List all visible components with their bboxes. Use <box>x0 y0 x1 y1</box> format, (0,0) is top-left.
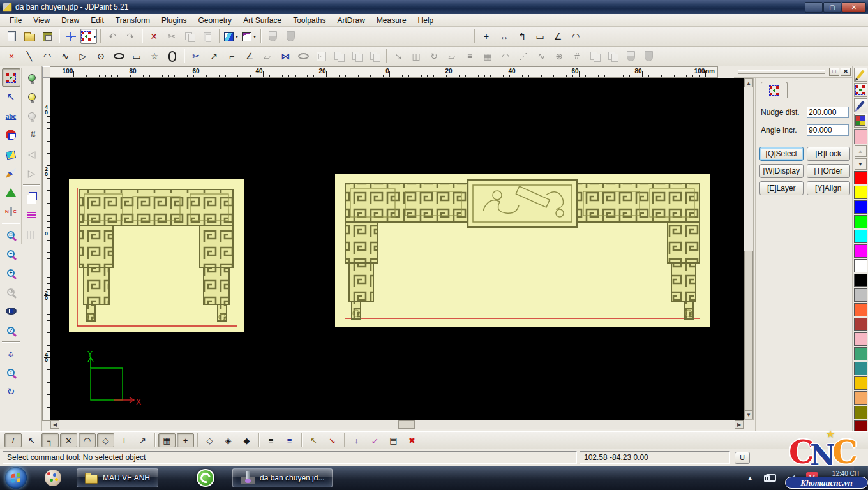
select-mode-dropdown[interactable]: ▾ <box>93 34 96 40</box>
swap-colors[interactable] <box>22 126 41 144</box>
lathe-cone-tool[interactable] <box>2 183 20 202</box>
palette-color-7f7f00[interactable] <box>854 406 867 419</box>
select-mode[interactable]: ▾ <box>80 29 97 44</box>
pick-add[interactable]: ↖ <box>305 433 322 447</box>
menu-transform[interactable]: Transform <box>110 15 156 26</box>
draw-ellipse[interactable] <box>110 48 127 64</box>
snap-perpendicular[interactable]: ⊥ <box>116 433 133 447</box>
palette-color-f7b8c4[interactable] <box>854 332 867 346</box>
minimize-button[interactable]: — <box>805 2 823 13</box>
palette-color-3ea575[interactable] <box>854 347 867 360</box>
dock-close-button[interactable]: ✕ <box>841 68 851 76</box>
horizontal-scroll-thumb[interactable] <box>398 420 415 429</box>
snap-angle[interactable]: ↙ <box>366 433 384 447</box>
palette-color-2f8f8f[interactable] <box>854 362 867 375</box>
layers-panel[interactable] <box>22 187 41 205</box>
fillet-corner[interactable]: ⌐ <box>223 48 240 64</box>
snap-list[interactable]: ▤ <box>385 433 402 447</box>
rotate-view[interactable]: ↻ <box>2 382 20 401</box>
measure-angle[interactable]: ∠ <box>550 29 566 44</box>
menu-art-surface[interactable]: Art Surface <box>237 15 287 26</box>
palette-color-ffffff[interactable] <box>854 259 867 272</box>
snap-axis[interactable]: + <box>177 433 194 447</box>
draw-arc[interactable]: ◠ <box>39 48 56 64</box>
zoom-out[interactable]: − <box>2 244 20 263</box>
snap-corner[interactable]: ┐ <box>41 433 59 447</box>
snap-diamond-center[interactable]: ◆ <box>238 433 255 447</box>
light-off[interactable] <box>22 87 41 106</box>
maximize-button[interactable]: ▢ <box>823 2 841 13</box>
dock-tab-select[interactable] <box>761 82 788 98</box>
taskbar-document-button[interactable]: da ban chuyen.jd... <box>232 468 333 487</box>
engrave-brush-tool[interactable] <box>2 164 20 182</box>
palette-color-f5a963[interactable] <box>854 391 867 405</box>
measure-distance[interactable]: ↔ <box>496 29 513 44</box>
layer-button[interactable]: [E]Layer <box>760 181 804 195</box>
new-file[interactable] <box>3 29 20 44</box>
vertical-scrollbar[interactable]: ▲ ▼ <box>744 78 754 420</box>
palette-color-0000ff[interactable] <box>854 200 867 214</box>
eyedropper-button[interactable] <box>854 98 867 112</box>
align-button[interactable]: [Y]Align <box>807 181 851 195</box>
nudge-dist-input[interactable] <box>807 107 849 118</box>
menu-edit[interactable]: Edit <box>85 15 110 26</box>
dock-panel-header[interactable]: □ ✕ <box>734 66 852 78</box>
edit-colors-button[interactable] <box>854 114 867 128</box>
scroll-right-button[interactable]: ▶ <box>735 420 744 429</box>
snap-copy-down[interactable]: ↓ <box>348 433 365 447</box>
nc-drill-tool[interactable] <box>2 202 20 221</box>
offset-octagon-tool[interactable] <box>2 126 20 144</box>
dock-maximize-button[interactable]: □ <box>829 68 839 76</box>
palette-color-000000[interactable] <box>854 274 867 287</box>
snap-intersection[interactable]: ✕ <box>60 433 77 447</box>
palette-color-f4c400[interactable] <box>854 376 867 390</box>
tray-expand-icon[interactable]: ▲ <box>747 475 753 481</box>
draw-line[interactable]: ╲ <box>21 48 38 64</box>
open-file[interactable] <box>21 29 38 44</box>
zoom-object[interactable]: ? <box>2 321 20 339</box>
menu-plugins[interactable]: Plugins <box>156 15 192 26</box>
trim-curve[interactable]: ✂ <box>188 48 204 64</box>
chamfer-corner[interactable]: ∠ <box>241 48 258 64</box>
snap-quadrant[interactable]: ◇ <box>97 433 114 447</box>
menu-artdraw[interactable]: ArtDraw <box>332 15 371 26</box>
scroll-down-button[interactable]: ▼ <box>744 410 753 419</box>
menu-toolpaths[interactable]: Toolpaths <box>287 15 331 26</box>
delete[interactable]: ✕ <box>146 29 162 44</box>
view-shaded[interactable]: ▾ <box>223 29 239 44</box>
jdpaint-launcher-icon[interactable] <box>197 469 214 487</box>
nudge-crosshair[interactable] <box>63 29 79 44</box>
unit-button[interactable]: U <box>735 452 750 464</box>
select-tool[interactable] <box>2 68 20 87</box>
draw-circle[interactable]: ⊙ <box>93 48 109 64</box>
snap-diamond-free[interactable]: ◇ <box>201 433 218 447</box>
extend-curve[interactable]: ↗ <box>206 48 222 64</box>
layer-snap-current[interactable]: ≡ <box>262 433 280 447</box>
palette-color-ff6633[interactable] <box>854 303 867 316</box>
light-on[interactable] <box>22 68 41 87</box>
hatch-panel[interactable] <box>22 206 41 225</box>
view-shaded-dropdown[interactable]: ▾ <box>236 34 238 40</box>
measure-point[interactable]: + <box>478 29 495 44</box>
zoom-in[interactable]: + <box>2 264 20 282</box>
pencil-tool-button[interactable] <box>854 68 867 82</box>
mirror-curve[interactable]: ⋈ <box>277 48 294 64</box>
snap-endpoint[interactable]: / <box>4 433 22 447</box>
horizontal-scrollbar[interactable]: ◀ ▶ <box>50 420 744 429</box>
palette-color-c0c0c0[interactable] <box>854 288 867 302</box>
draw-polygon[interactable]: ▷ <box>75 48 91 64</box>
menu-draw[interactable]: Draw <box>56 15 85 26</box>
show-all[interactable] <box>2 302 20 320</box>
measure-path[interactable]: ↰ <box>514 29 530 44</box>
zoom-dynamic[interactable]: ↕ <box>2 363 20 382</box>
palette-color-aa3b36[interactable] <box>854 318 867 331</box>
paint-app-icon[interactable] <box>45 470 61 486</box>
select-button[interactable]: [Q]Select <box>760 147 804 161</box>
order-button[interactable]: [T]Order <box>807 164 851 178</box>
drawing-canvas[interactable]: Y X <box>50 78 744 420</box>
measure-arc[interactable]: ◠ <box>567 29 584 44</box>
fill-tool[interactable] <box>2 145 20 163</box>
snap-diamond-node[interactable]: ◈ <box>220 433 237 447</box>
text-tool[interactable]: abc <box>2 107 20 125</box>
draw-rectangle[interactable]: ▭ <box>128 48 145 64</box>
